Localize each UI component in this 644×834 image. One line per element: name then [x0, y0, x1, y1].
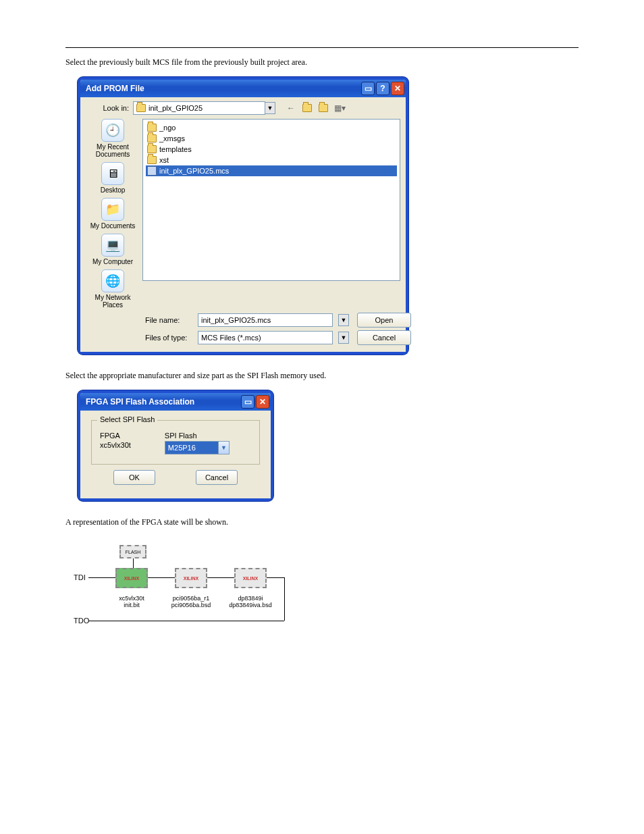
file-row[interactable]: templates [146, 144, 397, 155]
chip-phy[interactable]: XILINX [234, 568, 267, 588]
folder-icon [136, 104, 146, 112]
titlebar[interactable]: FPGA SPI Flash Association ▭ ✕ [80, 393, 271, 411]
chevron-down-icon[interactable]: ▼ [218, 442, 229, 454]
tdi-label: TDI [74, 573, 86, 581]
sidebar-item-documents[interactable]: 📁 My Documents [89, 198, 136, 230]
fpga-value: xc5vlx30t [100, 441, 131, 449]
jtag-chain-diagram: TDI TDO FLASH XILINX XILINX XILINX xc5vl… [74, 537, 296, 638]
sidebar-item-computer[interactable]: 💻 My Computer [89, 234, 136, 265]
minimize-button[interactable]: ▭ [361, 82, 375, 95]
files-of-type-dropdown[interactable]: ▼ [338, 332, 349, 344]
help-button[interactable]: ? [376, 82, 390, 95]
file-row[interactable]: _ngo [146, 122, 397, 133]
select-spi-flash-group: Select SPI Flash FPGA xc5vlx30t SPI Flas… [91, 420, 260, 465]
body-paragraph-3: A representation of the FPGA state will … [65, 517, 579, 527]
folder-icon [147, 134, 157, 142]
network-icon: 🌐 [101, 269, 124, 292]
look-in-dropdown-button[interactable]: ▼ [265, 102, 275, 114]
back-arrow-icon[interactable]: ← [285, 102, 297, 114]
file-row-selected[interactable]: init_plx_GPIO25.mcs [146, 165, 397, 176]
documents-icon: 📁 [101, 198, 124, 221]
chip2-label: pci9056ba_r1 pci9056ba.bsd [164, 595, 218, 608]
spi-flash-association-dialog: FPGA SPI Flash Association ▭ ✕ Select SP… [78, 390, 273, 501]
chip3-label: dp83849i dp83849iva.bsd [223, 595, 277, 608]
file-name-input[interactable]: init_plx_GPIO25.mcs [198, 313, 333, 327]
body-paragraph-2: Select the appropriate manufacturer and … [65, 371, 579, 381]
file-name-label: File name: [145, 316, 192, 324]
add-prom-file-dialog: Add PROM File ▭ ? ✕ Look in: init_plx_GP… [78, 77, 408, 355]
sidebar-item-desktop[interactable]: 🖥 Desktop [89, 162, 136, 194]
look-in-label: Look in: [86, 104, 133, 112]
open-button[interactable]: Open [357, 313, 411, 328]
file-row[interactable]: _xmsgs [146, 133, 397, 144]
file-row[interactable]: xst [146, 155, 397, 165]
places-sidebar: 🕘 My Recent Documents 🖥 Desktop 📁 My Doc… [86, 119, 140, 309]
header-separator [65, 47, 579, 48]
desktop-icon: 🖥 [101, 162, 124, 185]
files-of-type-label: Files of type: [145, 334, 192, 342]
look-in-value: init_plx_GPIO25 [149, 104, 203, 112]
dialog-title: Add PROM File [86, 84, 144, 93]
look-in-select[interactable]: init_plx_GPIO25 [133, 101, 265, 115]
group-title: Select SPI Flash [97, 415, 157, 423]
ok-button[interactable]: OK [113, 470, 155, 485]
chip-pci[interactable]: XILINX [175, 568, 207, 588]
close-button[interactable]: ✕ [256, 395, 269, 409]
body-paragraph-1: Select the previously built MCS file fro… [65, 57, 579, 68]
folder-up-icon[interactable] [301, 102, 313, 114]
view-menu-icon[interactable]: ▦▾ [333, 102, 346, 114]
chip-fpga[interactable]: XILINX [115, 568, 148, 588]
folder-icon [147, 124, 157, 132]
folder-icon [147, 145, 157, 153]
close-button[interactable]: ✕ [391, 82, 404, 95]
chip1-label: xc5vlx30t init.bit [105, 595, 159, 608]
minimize-button[interactable]: ▭ [241, 395, 254, 409]
file-name-dropdown[interactable]: ▼ [338, 314, 349, 326]
cancel-button[interactable]: Cancel [357, 330, 411, 345]
sidebar-item-recent[interactable]: 🕘 My Recent Documents [89, 119, 136, 158]
folder-icon [147, 156, 157, 164]
cancel-button[interactable]: Cancel [196, 470, 238, 485]
recent-icon: 🕘 [101, 119, 124, 142]
tdo-label: TDO [74, 617, 89, 625]
spi-flash-select[interactable]: M25P16 ▼ [165, 441, 230, 454]
dialog-title: FPGA SPI Flash Association [86, 397, 194, 407]
computer-icon: 💻 [101, 234, 124, 257]
titlebar[interactable]: Add PROM File ▭ ? ✕ [80, 80, 406, 97]
flash-chip: FLASH [119, 545, 146, 558]
file-list-pane[interactable]: _ngo _xmsgs templates xst [142, 119, 400, 281]
sidebar-item-network[interactable]: 🌐 My Network Places [89, 269, 136, 309]
new-folder-icon[interactable] [317, 102, 329, 114]
spi-flash-header: SPI Flash [165, 432, 230, 440]
mcs-file-icon [147, 166, 157, 176]
files-of-type-select[interactable]: MCS Files (*.mcs) [198, 331, 333, 344]
fpga-header: FPGA [100, 432, 131, 440]
